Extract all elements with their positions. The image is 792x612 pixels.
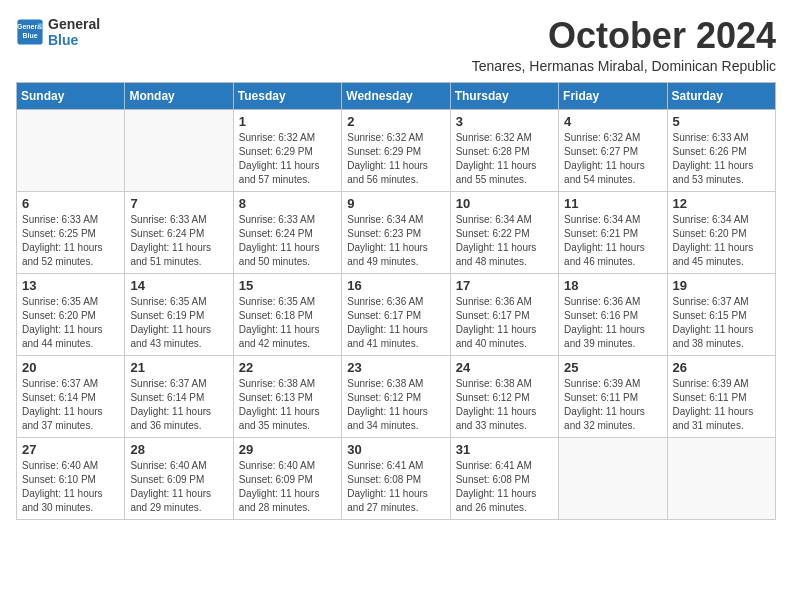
weekday-header-row: SundayMondayTuesdayWednesdayThursdayFrid…	[17, 82, 776, 109]
day-number: 18	[564, 278, 661, 293]
location: Tenares, Hermanas Mirabal, Dominican Rep…	[472, 58, 776, 74]
page-header: General Blue General Blue October 2024 T…	[16, 16, 776, 74]
day-number: 11	[564, 196, 661, 211]
day-info: Sunrise: 6:36 AM Sunset: 6:17 PM Dayligh…	[347, 295, 444, 351]
day-info: Sunrise: 6:37 AM Sunset: 6:14 PM Dayligh…	[130, 377, 227, 433]
title-block: October 2024 Tenares, Hermanas Mirabal, …	[472, 16, 776, 74]
day-number: 24	[456, 360, 553, 375]
calendar-cell: 5Sunrise: 6:33 AM Sunset: 6:26 PM Daylig…	[667, 109, 775, 191]
calendar-cell: 7Sunrise: 6:33 AM Sunset: 6:24 PM Daylig…	[125, 191, 233, 273]
day-number: 5	[673, 114, 770, 129]
calendar-cell: 26Sunrise: 6:39 AM Sunset: 6:11 PM Dayli…	[667, 355, 775, 437]
logo-line1: General	[48, 16, 100, 32]
day-info: Sunrise: 6:34 AM Sunset: 6:23 PM Dayligh…	[347, 213, 444, 269]
day-info: Sunrise: 6:41 AM Sunset: 6:08 PM Dayligh…	[456, 459, 553, 515]
weekday-header: Tuesday	[233, 82, 341, 109]
day-info: Sunrise: 6:39 AM Sunset: 6:11 PM Dayligh…	[673, 377, 770, 433]
day-info: Sunrise: 6:36 AM Sunset: 6:17 PM Dayligh…	[456, 295, 553, 351]
weekday-header: Sunday	[17, 82, 125, 109]
day-number: 12	[673, 196, 770, 211]
day-info: Sunrise: 6:33 AM Sunset: 6:24 PM Dayligh…	[239, 213, 336, 269]
day-number: 25	[564, 360, 661, 375]
day-info: Sunrise: 6:37 AM Sunset: 6:15 PM Dayligh…	[673, 295, 770, 351]
calendar-week-row: 20Sunrise: 6:37 AM Sunset: 6:14 PM Dayli…	[17, 355, 776, 437]
day-info: Sunrise: 6:38 AM Sunset: 6:13 PM Dayligh…	[239, 377, 336, 433]
day-info: Sunrise: 6:36 AM Sunset: 6:16 PM Dayligh…	[564, 295, 661, 351]
day-info: Sunrise: 6:33 AM Sunset: 6:25 PM Dayligh…	[22, 213, 119, 269]
day-number: 15	[239, 278, 336, 293]
calendar-cell: 20Sunrise: 6:37 AM Sunset: 6:14 PM Dayli…	[17, 355, 125, 437]
weekday-header: Thursday	[450, 82, 558, 109]
day-number: 31	[456, 442, 553, 457]
calendar-week-row: 13Sunrise: 6:35 AM Sunset: 6:20 PM Dayli…	[17, 273, 776, 355]
day-info: Sunrise: 6:32 AM Sunset: 6:29 PM Dayligh…	[239, 131, 336, 187]
day-info: Sunrise: 6:34 AM Sunset: 6:21 PM Dayligh…	[564, 213, 661, 269]
day-number: 10	[456, 196, 553, 211]
day-number: 30	[347, 442, 444, 457]
day-info: Sunrise: 6:40 AM Sunset: 6:09 PM Dayligh…	[130, 459, 227, 515]
calendar-cell: 11Sunrise: 6:34 AM Sunset: 6:21 PM Dayli…	[559, 191, 667, 273]
calendar-cell	[667, 437, 775, 519]
svg-text:Blue: Blue	[22, 32, 37, 39]
calendar-cell: 13Sunrise: 6:35 AM Sunset: 6:20 PM Dayli…	[17, 273, 125, 355]
calendar-cell: 3Sunrise: 6:32 AM Sunset: 6:28 PM Daylig…	[450, 109, 558, 191]
day-info: Sunrise: 6:32 AM Sunset: 6:29 PM Dayligh…	[347, 131, 444, 187]
calendar-cell: 14Sunrise: 6:35 AM Sunset: 6:19 PM Dayli…	[125, 273, 233, 355]
day-number: 21	[130, 360, 227, 375]
calendar-week-row: 27Sunrise: 6:40 AM Sunset: 6:10 PM Dayli…	[17, 437, 776, 519]
calendar-cell: 8Sunrise: 6:33 AM Sunset: 6:24 PM Daylig…	[233, 191, 341, 273]
calendar-cell: 28Sunrise: 6:40 AM Sunset: 6:09 PM Dayli…	[125, 437, 233, 519]
calendar-table: SundayMondayTuesdayWednesdayThursdayFrid…	[16, 82, 776, 520]
day-number: 9	[347, 196, 444, 211]
calendar-cell: 16Sunrise: 6:36 AM Sunset: 6:17 PM Dayli…	[342, 273, 450, 355]
calendar-cell: 6Sunrise: 6:33 AM Sunset: 6:25 PM Daylig…	[17, 191, 125, 273]
day-info: Sunrise: 6:40 AM Sunset: 6:10 PM Dayligh…	[22, 459, 119, 515]
day-info: Sunrise: 6:41 AM Sunset: 6:08 PM Dayligh…	[347, 459, 444, 515]
calendar-cell: 21Sunrise: 6:37 AM Sunset: 6:14 PM Dayli…	[125, 355, 233, 437]
day-info: Sunrise: 6:34 AM Sunset: 6:20 PM Dayligh…	[673, 213, 770, 269]
calendar-cell	[559, 437, 667, 519]
day-info: Sunrise: 6:33 AM Sunset: 6:26 PM Dayligh…	[673, 131, 770, 187]
day-number: 29	[239, 442, 336, 457]
day-number: 28	[130, 442, 227, 457]
day-info: Sunrise: 6:37 AM Sunset: 6:14 PM Dayligh…	[22, 377, 119, 433]
calendar-cell: 9Sunrise: 6:34 AM Sunset: 6:23 PM Daylig…	[342, 191, 450, 273]
calendar-week-row: 1Sunrise: 6:32 AM Sunset: 6:29 PM Daylig…	[17, 109, 776, 191]
day-info: Sunrise: 6:32 AM Sunset: 6:27 PM Dayligh…	[564, 131, 661, 187]
calendar-cell: 29Sunrise: 6:40 AM Sunset: 6:09 PM Dayli…	[233, 437, 341, 519]
calendar-cell: 24Sunrise: 6:38 AM Sunset: 6:12 PM Dayli…	[450, 355, 558, 437]
day-info: Sunrise: 6:40 AM Sunset: 6:09 PM Dayligh…	[239, 459, 336, 515]
calendar-cell: 15Sunrise: 6:35 AM Sunset: 6:18 PM Dayli…	[233, 273, 341, 355]
day-number: 20	[22, 360, 119, 375]
day-info: Sunrise: 6:34 AM Sunset: 6:22 PM Dayligh…	[456, 213, 553, 269]
logo: General Blue General Blue	[16, 16, 100, 48]
calendar-cell	[17, 109, 125, 191]
calendar-cell: 30Sunrise: 6:41 AM Sunset: 6:08 PM Dayli…	[342, 437, 450, 519]
day-number: 7	[130, 196, 227, 211]
day-number: 6	[22, 196, 119, 211]
day-number: 19	[673, 278, 770, 293]
logo-line2: Blue	[48, 32, 100, 48]
day-number: 16	[347, 278, 444, 293]
calendar-cell: 17Sunrise: 6:36 AM Sunset: 6:17 PM Dayli…	[450, 273, 558, 355]
day-number: 14	[130, 278, 227, 293]
day-number: 17	[456, 278, 553, 293]
calendar-cell: 1Sunrise: 6:32 AM Sunset: 6:29 PM Daylig…	[233, 109, 341, 191]
day-number: 2	[347, 114, 444, 129]
day-info: Sunrise: 6:35 AM Sunset: 6:20 PM Dayligh…	[22, 295, 119, 351]
calendar-cell: 22Sunrise: 6:38 AM Sunset: 6:13 PM Dayli…	[233, 355, 341, 437]
day-info: Sunrise: 6:32 AM Sunset: 6:28 PM Dayligh…	[456, 131, 553, 187]
day-info: Sunrise: 6:38 AM Sunset: 6:12 PM Dayligh…	[347, 377, 444, 433]
calendar-cell: 18Sunrise: 6:36 AM Sunset: 6:16 PM Dayli…	[559, 273, 667, 355]
day-number: 1	[239, 114, 336, 129]
calendar-cell: 19Sunrise: 6:37 AM Sunset: 6:15 PM Dayli…	[667, 273, 775, 355]
calendar-cell: 4Sunrise: 6:32 AM Sunset: 6:27 PM Daylig…	[559, 109, 667, 191]
calendar-cell: 2Sunrise: 6:32 AM Sunset: 6:29 PM Daylig…	[342, 109, 450, 191]
calendar-cell: 12Sunrise: 6:34 AM Sunset: 6:20 PM Dayli…	[667, 191, 775, 273]
weekday-header: Friday	[559, 82, 667, 109]
day-info: Sunrise: 6:35 AM Sunset: 6:18 PM Dayligh…	[239, 295, 336, 351]
day-number: 4	[564, 114, 661, 129]
day-info: Sunrise: 6:38 AM Sunset: 6:12 PM Dayligh…	[456, 377, 553, 433]
day-info: Sunrise: 6:39 AM Sunset: 6:11 PM Dayligh…	[564, 377, 661, 433]
calendar-cell: 25Sunrise: 6:39 AM Sunset: 6:11 PM Dayli…	[559, 355, 667, 437]
